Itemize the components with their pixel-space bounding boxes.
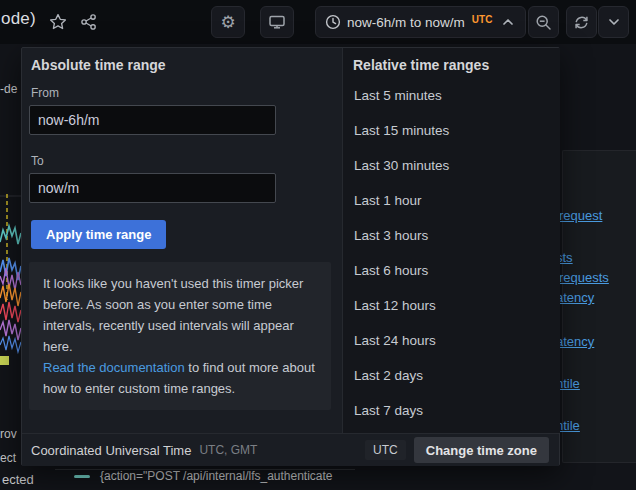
background-tab-label-partial: -de <box>0 82 17 96</box>
refresh-button[interactable] <box>566 6 597 38</box>
relative-option-last-5-minutes[interactable]: Last 5 minutes <box>343 78 560 113</box>
absolute-time-range-heading: Absolute time range <box>31 57 166 73</box>
relative-option-last-7-days[interactable]: Last 7 days <box>343 393 560 428</box>
time-picker-info-box: It looks like you haven't used this time… <box>29 262 331 410</box>
refresh-interval-dropdown-button[interactable] <box>598 6 629 38</box>
star-icon[interactable] <box>49 13 67 31</box>
background-link[interactable]: requests <box>559 270 609 285</box>
timezone-badge: UTC <box>365 440 406 460</box>
legend-series-label-partial: {action="POST /api/internal/lfs_authenti… <box>100 469 333 483</box>
gear-icon: ⚙ <box>220 14 235 31</box>
chevron-up-icon <box>500 14 516 30</box>
from-input[interactable] <box>29 105 276 135</box>
background-row-label-partial: ect <box>0 451 16 465</box>
share-icon[interactable] <box>80 13 98 31</box>
background-link[interactable]: request <box>559 208 602 223</box>
time-zone-footer: Coordinated Universal Time UTC, GMT UTC … <box>22 433 559 466</box>
relative-time-range-list: Last 5 minutes Last 15 minutes Last 30 m… <box>343 78 560 428</box>
timezone-name: Coordinated Universal Time <box>31 443 191 458</box>
relative-option-last-15-minutes[interactable]: Last 15 minutes <box>343 113 560 148</box>
tv-icon <box>268 13 286 31</box>
background-link[interactable]: atency <box>556 290 594 305</box>
legend-series-dash-icon <box>74 475 90 478</box>
relative-option-last-2-days[interactable]: Last 2 days <box>343 358 560 393</box>
relative-option-last-3-hours[interactable]: Last 3 hours <box>343 218 560 253</box>
relative-option-last-24-hours[interactable]: Last 24 hours <box>343 323 560 358</box>
apply-time-range-button[interactable]: Apply time range <box>31 220 166 249</box>
chevron-down-icon <box>606 14 622 30</box>
timezone-detail: UTC, GMT <box>199 443 365 457</box>
time-zone-label: UTC <box>472 14 493 25</box>
read-documentation-link[interactable]: Read the documentation <box>43 360 185 375</box>
clock-icon <box>325 14 341 30</box>
background-link[interactable]: atency <box>556 334 594 349</box>
tv-mode-button[interactable] <box>260 6 294 38</box>
dashboard-settings-button[interactable]: ⚙ <box>211 6 245 38</box>
to-label: To <box>31 154 44 168</box>
time-range-picker-button[interactable]: now-6h/m to now/m UTC <box>315 6 526 38</box>
background-panel <box>562 150 636 463</box>
relative-option-last-1-hour[interactable]: Last 1 hour <box>343 183 560 218</box>
relative-option-last-6-hours[interactable]: Last 6 hours <box>343 253 560 288</box>
time-picker-panel: Absolute time range From To Apply time r… <box>21 47 560 466</box>
screen: -de request sts requests atency atency n… <box>0 0 636 490</box>
zoom-out-button[interactable] <box>528 6 559 38</box>
to-input[interactable] <box>29 173 276 203</box>
background-row-label-partial: ected <box>2 472 34 487</box>
change-time-zone-button[interactable]: Change time zone <box>414 437 549 463</box>
zoom-out-icon <box>535 14 552 31</box>
info-text: It looks like you haven't used this time… <box>43 276 303 354</box>
from-label: From <box>31 86 59 100</box>
dashboard-title-partial: ode) <box>1 9 36 29</box>
relative-time-ranges-heading: Relative time ranges <box>353 57 489 73</box>
dashboard-toolbar: ode) ⚙ now-6h/m to now/m <box>0 0 636 44</box>
relative-option-last-30-minutes[interactable]: Last 30 minutes <box>343 148 560 183</box>
background-chart-fragment <box>0 180 21 380</box>
relative-option-last-12-hours[interactable]: Last 12 hours <box>343 288 560 323</box>
background-row-label-partial: rov <box>0 427 17 441</box>
time-range-label: now-6h/m to now/m <box>347 15 465 30</box>
refresh-icon <box>573 14 590 31</box>
